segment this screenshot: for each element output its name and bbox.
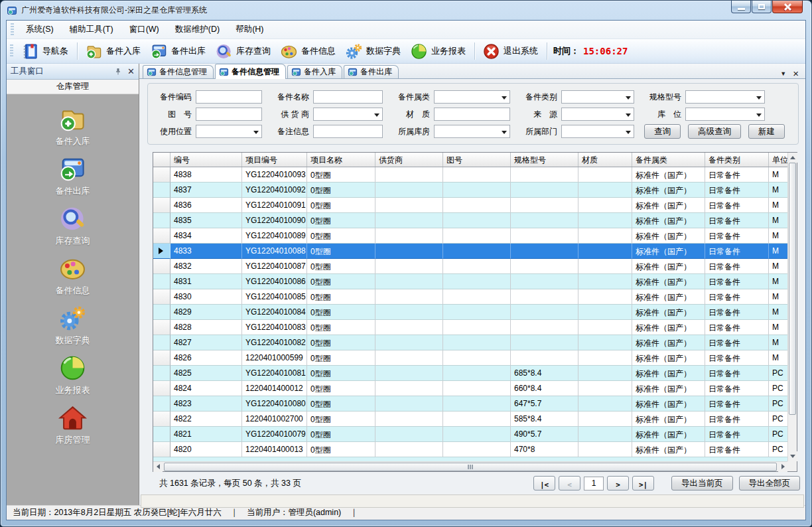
sidebar-item-report[interactable]: 业务报表	[33, 354, 113, 396]
scroll-up-icon[interactable]	[788, 153, 797, 163]
supplier-select[interactable]	[313, 108, 383, 121]
row-selector-current[interactable]	[153, 244, 170, 259]
sidebar-item-parts-info[interactable]: 备件信息	[33, 254, 113, 297]
material-input[interactable]	[434, 108, 510, 121]
menu-system[interactable]: 系统(S)	[18, 21, 62, 38]
table-row[interactable]: 4838YG122040100930型圈标准件（国产）日常备件M	[153, 167, 787, 183]
part-category-select[interactable]	[434, 90, 510, 104]
part-code-input[interactable]	[196, 90, 262, 104]
tab-0[interactable]: 备件信息管理	[143, 65, 214, 78]
table-row[interactable]: 4827YG122040100820型圈标准件（国产）日常备件M	[153, 335, 787, 350]
table-row[interactable]: 482012204014000130型圈470*8标准件（国产）日常备件PC	[153, 442, 787, 457]
sidebar-item-inventory[interactable]: 库存查询	[33, 204, 113, 247]
pin-icon[interactable]	[114, 67, 122, 76]
export-current-page-button[interactable]: 导出当前页	[671, 476, 733, 490]
toolbar-stock-out-button[interactable]: 备件出库	[146, 41, 211, 62]
prev-page-button[interactable]: <	[559, 476, 580, 490]
minimize-button[interactable]	[731, 1, 751, 13]
row-selector[interactable]	[153, 442, 170, 457]
source-select[interactable]	[561, 108, 634, 121]
row-selector[interactable]	[153, 320, 170, 335]
part-class-select[interactable]	[561, 90, 634, 104]
table-row[interactable]: 4833YG122040100880型圈标准件（国产）日常备件M	[153, 244, 787, 259]
menu-data-maintenance[interactable]: 数据维护(D)	[167, 21, 228, 38]
menubar-grip[interactable]	[11, 23, 14, 37]
storage-location-select[interactable]	[685, 108, 765, 121]
toolbar-data-dict-button[interactable]: 数据字典	[341, 41, 406, 62]
row-selector[interactable]	[153, 167, 170, 183]
row-selector[interactable]	[153, 350, 170, 366]
tab-3[interactable]: 备件出库	[344, 65, 399, 78]
sidebar-item-stock-in[interactable]: 备件入库	[33, 105, 113, 147]
first-page-button[interactable]: |<	[533, 476, 555, 490]
row-selector[interactable]	[153, 381, 170, 396]
scroll-left-icon[interactable]	[153, 462, 163, 472]
next-page-button[interactable]: >	[607, 476, 629, 490]
table-row[interactable]: 4831YG122040100860型圈标准件（国产）日常备件M	[153, 274, 787, 289]
row-selector[interactable]	[153, 228, 170, 244]
sidebar-item-data-dict[interactable]: 数据字典	[33, 304, 113, 346]
table-row[interactable]: 482412204014000120型圈660*8.4标准件（国产）日常备件PC	[153, 381, 787, 396]
row-selector[interactable]	[153, 366, 170, 381]
part-name-input[interactable]	[313, 90, 383, 104]
toolbar-inventory-button[interactable]: 库存查询	[211, 41, 276, 62]
table-row[interactable]: 4837YG122040100920型圈标准件（国产）日常备件M	[153, 183, 787, 198]
tab-1[interactable]: 备件信息管理	[215, 64, 286, 79]
horizontal-scrollbar[interactable]	[153, 461, 787, 471]
row-selector[interactable]	[153, 289, 170, 305]
table-row[interactable]: 482212204010027000型圈585*8.4标准件（国产）日常备件PC	[153, 412, 787, 427]
table-row[interactable]: 4829YG122040100840型圈标准件（国产）日常备件M	[153, 305, 787, 320]
toolbar-exit-button[interactable]: 退出系统	[478, 41, 543, 62]
warehouse-select[interactable]	[434, 125, 510, 138]
scroll-right-icon[interactable]	[778, 462, 787, 472]
remark-input[interactable]	[313, 125, 383, 138]
current-page-input[interactable]	[584, 477, 604, 490]
row-selector[interactable]	[153, 305, 170, 320]
table-row[interactable]: 4835YG122040100900型圈标准件（国产）日常备件M	[153, 213, 787, 228]
scroll-down-icon[interactable]	[788, 451, 797, 461]
table-row[interactable]: 4836YG122040100910型圈标准件（国产）日常备件M	[153, 198, 787, 213]
spec-model-select[interactable]	[685, 90, 765, 104]
last-page-button[interactable]: >|	[632, 476, 654, 490]
table-row[interactable]: 4834YG122040100890型圈标准件（国产）日常备件M	[153, 228, 787, 244]
row-selector[interactable]	[153, 396, 170, 412]
vertical-scrollbar[interactable]	[787, 153, 797, 461]
table-row[interactable]: 4825YG122040100810型圈685*8.4标准件（国产）日常备件PC	[153, 366, 787, 381]
horizontal-scroll-thumb[interactable]	[164, 463, 777, 471]
drawing-no-input[interactable]	[196, 108, 262, 121]
tool-window-close-icon[interactable]: ✕	[127, 67, 135, 76]
table-row[interactable]: 4832YG122040100870型圈标准件（国产）日常备件M	[153, 259, 787, 274]
tab-close-icon[interactable]: ×	[793, 68, 799, 78]
sidebar-item-stock-out[interactable]: 备件出库	[33, 155, 113, 197]
row-selector[interactable]	[153, 335, 170, 350]
close-button[interactable]	[772, 1, 803, 13]
row-selector[interactable]	[153, 427, 170, 442]
maximize-button[interactable]	[752, 1, 772, 13]
toolbar-grip[interactable]	[10, 44, 13, 58]
tab-list-dropdown-icon[interactable]: ▼	[780, 70, 786, 77]
menu-window[interactable]: 窗口(W)	[121, 21, 167, 38]
toolbar-stock-in-button[interactable]: 备件入库	[81, 41, 146, 62]
row-selector[interactable]	[153, 213, 170, 228]
row-selector[interactable]	[153, 183, 170, 198]
search-new-button[interactable]: 新建	[748, 124, 785, 139]
toolbar-parts-info-button[interactable]: 备件信息	[276, 41, 341, 62]
vertical-scroll-thumb[interactable]	[789, 163, 796, 415]
search-advanced-query-button[interactable]: 高级查询	[688, 124, 741, 139]
row-selector[interactable]	[153, 259, 170, 274]
table-row[interactable]: 482612204010005990型圈标准件（国产）日常备件M	[153, 350, 787, 366]
tab-2[interactable]: 备件入库	[287, 65, 342, 78]
usage-position-select[interactable]	[196, 125, 262, 138]
table-row[interactable]: 4828YG122040100830型圈标准件（国产）日常备件M	[153, 320, 787, 335]
table-row[interactable]: 4823YG122040100800型圈647*5.7标准件（国产）日常备件PC	[153, 396, 787, 412]
row-selector[interactable]	[153, 198, 170, 213]
export-all-pages-button[interactable]: 导出全部页	[739, 476, 801, 490]
row-selector[interactable]	[153, 274, 170, 289]
menu-aux-tools[interactable]: 辅助工具(T)	[62, 21, 121, 38]
table-row[interactable]: 4830YG122040100850型圈标准件（国产）日常备件M	[153, 289, 787, 305]
toolbar-report-button[interactable]: 业务报表	[406, 41, 471, 62]
menu-help[interactable]: 帮助(H)	[228, 21, 271, 38]
table-row[interactable]: 4821YG122040100790型圈490*5.7标准件（国产）日常备件PC	[153, 427, 787, 442]
toolbar-navbar-button[interactable]: 导航条	[17, 41, 74, 62]
row-selector[interactable]	[153, 412, 170, 427]
